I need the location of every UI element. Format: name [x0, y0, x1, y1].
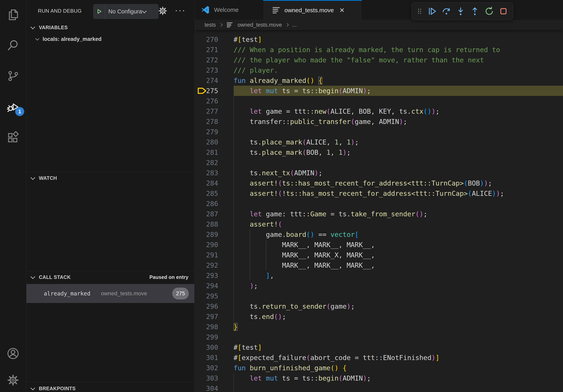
- line-number-gutter[interactable]: 270: [194, 34, 234, 45]
- step-over-button[interactable]: [440, 5, 452, 17]
- code-line[interactable]: 286: [194, 198, 563, 209]
- line-number-gutter[interactable]: 299: [194, 332, 234, 342]
- account-icon[interactable]: [7, 347, 20, 360]
- line-number-gutter[interactable]: 288: [194, 219, 234, 229]
- line-number-gutter[interactable]: 289: [194, 229, 234, 240]
- line-number-gutter[interactable]: 283: [194, 168, 234, 178]
- code-line[interactable]: 296 ts.return_to_sender(game);: [194, 301, 563, 312]
- code-line[interactable]: 302fun burn_unfinished_game() {: [194, 363, 563, 373]
- code-line[interactable]: 279: [194, 127, 563, 137]
- line-number-gutter[interactable]: 281: [194, 147, 234, 157]
- line-number-gutter[interactable]: 279: [194, 127, 234, 137]
- code-line[interactable]: 291 MARK__, MARK_X, MARK__,: [194, 250, 563, 260]
- line-number-gutter[interactable]: 300: [194, 342, 234, 353]
- breakpoints-section-header[interactable]: BREAKPOINTS: [26, 382, 194, 392]
- line-number-gutter[interactable]: 304: [194, 383, 234, 392]
- tab-welcome[interactable]: Welcome: [194, 0, 263, 20]
- more-actions-icon[interactable]: ···: [175, 0, 186, 21]
- settings-gear-icon[interactable]: [7, 374, 20, 387]
- code-line[interactable]: 281 ts.place_mark(BOB, 1, 1);: [194, 147, 563, 157]
- breadcrumb-folder[interactable]: tests: [205, 22, 216, 28]
- line-number-gutter[interactable]: 278: [194, 117, 234, 127]
- line-number-gutter[interactable]: 277: [194, 106, 234, 117]
- line-number-gutter[interactable]: 291: [194, 250, 234, 260]
- stop-button[interactable]: [497, 5, 510, 17]
- code-line[interactable]: 297 ts.end();: [194, 312, 563, 322]
- restart-button[interactable]: [483, 5, 495, 17]
- code-line[interactable]: 300#[test]: [194, 342, 563, 353]
- line-number-gutter[interactable]: 292: [194, 260, 234, 270]
- line-number-gutter[interactable]: 293: [194, 270, 234, 281]
- code-line[interactable]: 273/// player.: [194, 65, 563, 75]
- code-line[interactable]: 294 );: [194, 281, 563, 291]
- code-line[interactable]: 293 ],: [194, 270, 563, 281]
- line-number-gutter[interactable]: 287: [194, 209, 234, 219]
- start-debug-icon[interactable]: [93, 4, 105, 19]
- line-number-gutter[interactable]: 276: [194, 96, 234, 106]
- line-number-gutter[interactable]: 297: [194, 312, 234, 322]
- code-line[interactable]: 301#[expected_failure(abort_code = ttt::…: [194, 353, 563, 363]
- debug-settings-gear-icon[interactable]: [158, 6, 168, 16]
- line-number-gutter[interactable]: 295: [194, 291, 234, 301]
- code-line[interactable]: 280 ts.place_mark(ALICE, 1, 1);: [194, 137, 563, 147]
- code-line[interactable]: 277 let game = ttt::new(ALICE, BOB, KEY,…: [194, 106, 563, 117]
- code-line[interactable]: 276: [194, 96, 563, 106]
- code-line[interactable]: 283 ts.next_tx(ADMIN);: [194, 168, 563, 178]
- line-number-gutter[interactable]: 294: [194, 281, 234, 291]
- code-line[interactable]: 285 assert!(!ts::has_most_recent_for_add…: [194, 188, 563, 198]
- breadcrumb-file[interactable]: owned_tests.move: [238, 22, 282, 28]
- stack-frame-row[interactable]: already_marked owned_tests.move 275: [26, 284, 194, 303]
- line-number-gutter[interactable]: 298: [194, 322, 234, 332]
- close-tab-icon[interactable]: ✕: [339, 7, 345, 13]
- extensions-icon[interactable]: [7, 131, 20, 144]
- variables-scope-row[interactable]: locals: already_marked: [26, 34, 194, 45]
- code-line[interactable]: 272/// the player who made the "false" m…: [194, 55, 563, 65]
- code-editor[interactable]: 270#[test]271/// When a position is alre…: [194, 30, 563, 392]
- toolbar-drag-handle[interactable]: [415, 5, 424, 17]
- line-number-gutter[interactable]: 282: [194, 157, 234, 168]
- code-line[interactable]: 282: [194, 157, 563, 168]
- line-number-gutter[interactable]: 284: [194, 178, 234, 188]
- code-line[interactable]: 289 game.board() == vector[: [194, 229, 563, 240]
- code-line[interactable]: 284 assert!(ts::has_most_recent_for_addr…: [194, 178, 563, 188]
- configuration-label[interactable]: No Configurations: [108, 8, 142, 15]
- step-out-button[interactable]: [469, 5, 481, 17]
- code-line[interactable]: 274fun already_marked() {: [194, 75, 563, 86]
- line-number-gutter[interactable]: 271: [194, 45, 234, 55]
- line-number-gutter[interactable]: 273: [194, 65, 234, 75]
- code-line[interactable]: 295: [194, 291, 563, 301]
- run-and-debug-icon[interactable]: 1: [7, 101, 20, 114]
- code-line[interactable]: 278 transfer::public_transfer(game, ADMI…: [194, 117, 563, 127]
- line-number-gutter[interactable]: 272: [194, 55, 234, 65]
- explorer-icon[interactable]: [7, 8, 20, 21]
- code-line[interactable]: 288 assert!(: [194, 219, 563, 229]
- line-number-gutter[interactable]: 290: [194, 240, 234, 250]
- code-line[interactable]: 298}: [194, 322, 563, 332]
- code-line[interactable]: 275 let mut ts = ts::begin(ADMIN);: [194, 86, 563, 96]
- line-number-gutter[interactable]: 285: [194, 188, 234, 198]
- launch-configuration-dropdown[interactable]: No Configurations: [93, 4, 159, 19]
- line-number-gutter[interactable]: 280: [194, 137, 234, 147]
- line-number-gutter[interactable]: 275: [194, 86, 234, 96]
- step-into-button[interactable]: [455, 5, 467, 17]
- code-line[interactable]: 303 let mut ts = ts::begin(ADMIN);: [194, 373, 563, 383]
- tab-owned-tests[interactable]: owned_tests.move ✕: [263, 0, 362, 20]
- line-number-gutter[interactable]: 302: [194, 363, 234, 373]
- source-control-icon[interactable]: [7, 69, 20, 82]
- code-line[interactable]: 287 let game: ttt::Game = ts.take_from_s…: [194, 209, 563, 219]
- line-number-gutter[interactable]: 286: [194, 198, 234, 209]
- code-line[interactable]: 270#[test]: [194, 34, 563, 45]
- code-line[interactable]: 299: [194, 332, 563, 342]
- code-line[interactable]: 271/// When a position is already marked…: [194, 45, 563, 55]
- call-stack-section-header[interactable]: CALL STACK Paused on entry: [26, 271, 194, 283]
- continue-button[interactable]: [426, 5, 438, 17]
- breadcrumb-symbol[interactable]: ...: [292, 22, 297, 28]
- watch-section-header[interactable]: WATCH: [26, 172, 194, 184]
- line-number-gutter[interactable]: 301: [194, 353, 234, 363]
- line-number-gutter[interactable]: 274: [194, 75, 234, 86]
- code-line[interactable]: 304: [194, 383, 563, 392]
- line-number-gutter[interactable]: 303: [194, 373, 234, 383]
- line-number-gutter[interactable]: 296: [194, 301, 234, 312]
- variables-section-header[interactable]: VARIABLES: [26, 21, 194, 34]
- search-icon[interactable]: [7, 39, 20, 52]
